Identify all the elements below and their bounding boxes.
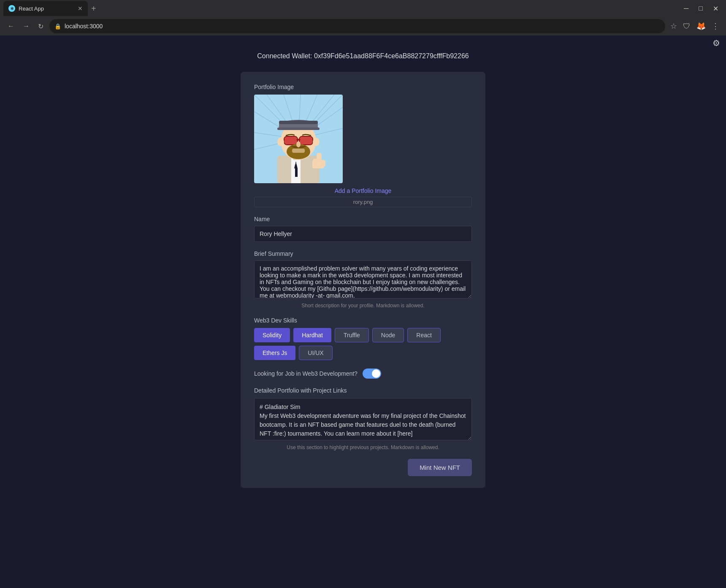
svg-rect-22 <box>279 121 318 124</box>
svg-rect-40 <box>322 160 325 167</box>
job-toggle-label: Looking for Job in Web3 Development? <box>254 370 358 377</box>
summary-label: Brief Summary <box>254 250 472 257</box>
browser-chrome: ⚛ React App ✕ + ─ □ ✕ ← → ↻ 🔒 ☆ 🛡 🦊 ⋮ <box>0 0 726 35</box>
portfolio-image-box <box>254 95 343 183</box>
portfolio-filename: rory.png <box>254 197 472 207</box>
address-input[interactable] <box>65 23 660 30</box>
bookmark-button[interactable]: ☆ <box>669 20 679 33</box>
active-tab[interactable]: ⚛ React App ✕ <box>3 1 88 16</box>
tab-favicon: ⚛ <box>8 5 15 12</box>
svg-rect-26 <box>296 139 301 141</box>
forward-button[interactable]: → <box>20 20 32 33</box>
svg-point-34 <box>277 138 284 146</box>
connected-wallet-label: Connected Wallet: 0xf39Fd6e51aad88F6F4ce… <box>257 52 469 60</box>
mint-row: Mint New NFT <box>254 459 472 476</box>
skill-truffle[interactable]: Truffle <box>335 328 369 342</box>
job-toggle-row: Looking for Job in Web3 Development? <box>254 369 472 379</box>
svg-point-35 <box>313 138 320 146</box>
svg-point-33 <box>296 141 301 147</box>
skill-hardhat[interactable]: Hardhat <box>293 328 331 342</box>
svg-rect-25 <box>300 137 312 144</box>
name-field: Name <box>254 216 472 242</box>
svg-rect-24 <box>284 137 297 144</box>
menu-button[interactable]: ⋮ <box>710 20 721 33</box>
close-button[interactable]: ✕ <box>709 3 723 14</box>
new-tab-button[interactable]: + <box>88 2 100 15</box>
mint-nft-button[interactable]: Mint New NFT <box>408 459 472 476</box>
page-content: Connected Wallet: 0xf39Fd6e51aad88F6F4ce… <box>0 35 726 588</box>
browser-actions: ☆ 🛡 🦊 ⋮ <box>669 20 721 33</box>
address-bar[interactable]: 🔒 <box>49 19 665 33</box>
tab-bar: ⚛ React App ✕ + ─ □ ✕ <box>0 0 726 17</box>
refresh-button[interactable]: ↻ <box>35 20 46 33</box>
job-toggle[interactable] <box>363 369 381 379</box>
summary-field: Brief Summary I am an accomplished probl… <box>254 250 472 309</box>
svg-rect-16 <box>295 168 298 177</box>
skill-react[interactable]: React <box>407 328 441 342</box>
detailed-portfolio-label: Detailed Portfolio with Project Links <box>254 387 472 394</box>
skill-solidity[interactable]: Solidity <box>254 328 290 342</box>
shield-button[interactable]: 🛡 <box>681 20 692 33</box>
skills-label: Web3 Dev Skills <box>254 317 472 324</box>
svg-rect-39 <box>318 160 322 167</box>
skill-ethersjs[interactable]: Ethers Js <box>254 346 295 360</box>
window-controls: ─ □ ✕ <box>680 3 723 14</box>
back-button[interactable]: ← <box>5 20 17 33</box>
summary-textarea[interactable]: I am an accomplished problem solver with… <box>254 260 472 298</box>
nav-bar: ← → ↻ 🔒 ☆ 🛡 🦊 ⋮ <box>0 17 726 35</box>
summary-hint: Short description for your profile. Mark… <box>254 303 472 309</box>
tab-title: React App <box>19 5 44 12</box>
portfolio-image-label: Portfolio Image <box>254 84 472 90</box>
svg-rect-38 <box>313 159 317 165</box>
skill-uiux[interactable]: UI/UX <box>299 346 332 360</box>
tab-close-button[interactable]: ✕ <box>78 5 83 11</box>
portfolio-image-section: Portfolio Image <box>254 84 472 207</box>
lock-icon: 🔒 <box>54 23 61 30</box>
name-input[interactable] <box>254 226 472 242</box>
minimize-button[interactable]: ─ <box>680 3 693 14</box>
name-label: Name <box>254 216 472 222</box>
detailed-portfolio-textarea[interactable]: # Gladiator Sim My first Web3 developmen… <box>254 398 472 440</box>
skills-section: Web3 Dev Skills Solidity Hardhat Truffle… <box>254 317 472 360</box>
add-portfolio-image-link[interactable]: Add a Portfolio Image <box>254 187 472 194</box>
svg-rect-23 <box>277 127 320 130</box>
detailed-portfolio-hint: Use this section to highlight previous p… <box>254 444 472 450</box>
toggle-knob <box>372 369 380 378</box>
nft-character-image <box>254 95 343 183</box>
maximize-button[interactable]: □ <box>694 3 707 14</box>
skill-node[interactable]: Node <box>372 328 404 342</box>
portfolio-card: Portfolio Image <box>241 72 485 488</box>
settings-icon[interactable]: ⚙ <box>712 38 720 48</box>
detailed-portfolio-section: Detailed Portfolio with Project Links # … <box>254 387 472 450</box>
fox-button[interactable]: 🦊 <box>695 20 707 33</box>
skills-grid: Solidity Hardhat Truffle Node React Ethe… <box>254 328 472 360</box>
svg-rect-32 <box>292 149 305 153</box>
